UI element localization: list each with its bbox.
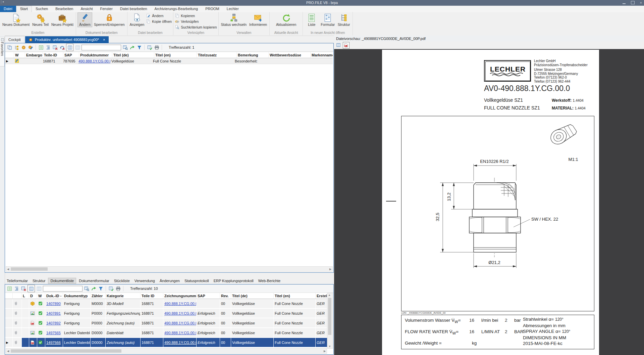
maximize-button[interactable] [631,1,635,4]
zeichnungsnummer-link[interactable]: 490.888.1Y.CG.00.0 [164,341,197,345]
column-view-button[interactable] [28,285,35,292]
quick-filter-input[interactable] [82,45,121,50]
neues-dokument-button[interactable]: Neues Dokument [1,12,31,27]
tab-statusprotokoll[interactable]: Statusprotokoll [182,278,211,283]
column-view-alt-button[interactable] [74,44,80,50]
remove-grid-button[interactable] [52,44,58,50]
tab-dokumentformular[interactable]: Dokumentformular [77,278,111,283]
preview-pdf-view-button[interactable] [343,42,350,49]
favorites-tab[interactable]: Favoriten [0,37,5,66]
scroll-right-icon[interactable]: ▶ [323,350,327,353]
neues-projekt-button[interactable]: Neues Projekt [50,12,74,27]
scroll-down-icon[interactable]: ▼ [328,345,332,348]
col-d[interactable]: D [29,293,37,299]
col-titel-en[interactable]: Titel (en) [154,52,197,58]
menu-tab-datei[interactable]: Datei [0,6,16,12]
menu-tab-datei-bearbeiten[interactable]: Datei bearbeiten [116,6,151,12]
zeichnungsnummer-link[interactable]: 490.888.1Y.CG.00.0 [164,331,197,335]
document-row[interactable]: 1497565 Lechler Datenbl... D0000 Datenbl… [5,328,327,338]
copy-view-button[interactable] [6,44,12,50]
zeichnungsnummer-link[interactable]: 490.888.1Y.CG.00.0 [164,321,197,325]
document-row[interactable]: 1407892 Fertigung P0000 Zeichnung (auto)… [5,318,327,328]
menu-tab-start[interactable]: Start [16,6,32,12]
menu-tab-bearbeiten[interactable]: Bearbeiten [52,6,77,12]
outdent-button[interactable] [13,285,19,292]
col-markenname[interactable]: Markenname [311,52,333,58]
scroll-thumb[interactable] [11,349,121,353]
col-erstellt-in[interactable]: Erstellt in [316,293,327,299]
tab-cockpit[interactable]: Cockpit [5,36,24,43]
tab-teileformular[interactable]: Teileformular [5,278,30,283]
col-wettbewerbsduese[interactable]: Wettbewerbsdüse [269,52,311,58]
kopie-oeffnen-button[interactable]: Kopie öffnen [146,19,172,24]
col-bemerkung[interactable]: Bemerkung [237,52,269,58]
suchkriterium-kopieren-button[interactable]: Suchkriterium kopieren [175,25,217,30]
scroll-up-icon[interactable]: ▲ [327,294,331,297]
scroll-left-icon[interactable]: ◀ [6,268,10,271]
col-titel-de[interactable]: Titel (de) [231,293,274,299]
export-grid-button[interactable] [108,285,114,292]
jump-to-button[interactable] [91,285,97,292]
kopieren-button[interactable]: Kopieren [175,13,217,18]
preview-table-view-button[interactable] [335,42,341,48]
zeichnungsnummer-link[interactable]: 490.888.1Y.CG.00.0 [164,311,197,315]
col-rev[interactable]: Rev. [220,293,231,299]
col-teile-id[interactable]: Teile ID [141,293,163,299]
scroll-right-icon[interactable]: ▶ [328,268,332,271]
outdent-button[interactable] [45,44,51,50]
filter-button[interactable] [136,44,142,50]
jump-to-button[interactable] [129,44,135,50]
datei-aendern-button[interactable]: Ändern [146,13,172,18]
document-row-selected[interactable]: ▶ 1497566 Lechler Datenbl... D0000 Zeich… [5,338,327,348]
menu-tab-fenster[interactable]: Fenster [97,6,116,12]
lower-vertical-scrollbar[interactable]: ▲ ▼ [327,293,333,349]
part-gear-button[interactable] [20,44,26,50]
aktualisieren-button[interactable]: Aktualisieren [275,12,297,27]
structure-button[interactable] [13,44,19,50]
table-search-button[interactable] [122,44,128,50]
tab-erp-kopplungsprotokoll[interactable]: ERP Kopplungsprotokoll [212,278,256,283]
col-produktnummer[interactable]: Produktnummer [79,52,112,58]
menu-tab-ansicht[interactable]: Ansicht [77,6,96,12]
dok-id-link[interactable]: 1407892 [46,321,61,325]
menu-tab-suchen[interactable]: Suchen [32,6,52,12]
verknuepfen-button[interactable]: Verknüpfen [175,19,217,24]
edit-part-button[interactable] [28,44,34,50]
print-button[interactable] [115,285,121,292]
quick-filter-input[interactable] [43,286,83,292]
col-sap[interactable]: SAP [197,293,220,299]
column-view-button[interactable] [66,44,73,51]
informieren-button[interactable]: Informieren [248,12,268,27]
zeichnungsnummer-link[interactable]: 490.888.1Y.CG.00.0 [164,302,197,306]
col-titel-de[interactable]: Titel (de) [112,52,154,58]
col-titel-en[interactable]: Titel (en) [274,293,316,299]
tab-produktnr[interactable]: Produktnr. unformatiert 4908881ycg00* × [25,36,109,43]
aendern-button[interactable]: Ändern [77,12,92,27]
upper-horizontal-scrollbar[interactable]: ◀ ▶ [6,266,333,272]
parts-row[interactable]: ▶ 168871 787695 490.888.1Y.CG.00.0 Vollk… [5,58,333,64]
col-zaehler[interactable]: Zähler [91,293,106,299]
dok-id-link[interactable]: 1497565 [46,331,61,335]
list-edit-button[interactable] [6,285,12,292]
formular-button[interactable]: Formular [320,12,336,27]
col-dokumenttyp[interactable]: Dokumenttyp [63,293,91,299]
anzeigen-button[interactable]: Anzeigen [129,12,146,27]
close-button[interactable]: × [640,1,642,4]
col-teile-id[interactable]: Teile-ID [43,52,63,58]
dok-id-link[interactable]: 1497566 [46,341,61,345]
tab-web-berichte[interactable]: Web-Berichte [256,278,282,283]
menu-tab-lechler[interactable]: Lechler [223,6,243,12]
tab-close-icon[interactable]: × [103,38,105,42]
col-embargo[interactable]: Embargo [25,52,43,58]
minimize-button[interactable] [623,3,626,4]
scroll-thumb[interactable] [328,298,331,335]
lower-horizontal-scrollbar[interactable]: ◀ ▶ [6,348,327,354]
struktur-button[interactable]: Struktur [336,12,351,27]
export-grid-button[interactable] [147,44,153,50]
col-titelzusatz[interactable]: Titelzusatz [197,52,237,58]
scroll-left-icon[interactable]: ◀ [6,350,10,353]
document-row[interactable]: 1407890 Fertigung M0000 3D-Modell 168871… [5,299,327,309]
dok-id-link[interactable]: 1407891 [46,311,61,315]
document-row[interactable]: 1407891 Fertigung P0000 Fertigungszeichn… [5,309,327,318]
col-w[interactable]: W [14,52,25,58]
